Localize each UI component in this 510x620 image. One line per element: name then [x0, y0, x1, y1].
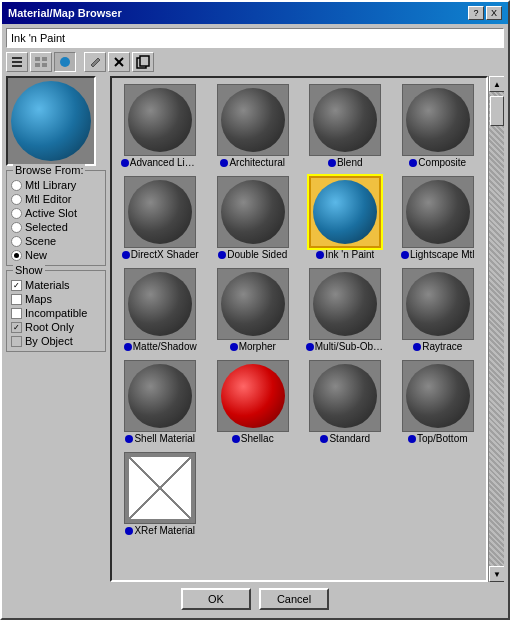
- dot-icon: [220, 159, 228, 167]
- material-label: Blend: [328, 157, 363, 168]
- scrollbar-track[interactable]: [489, 92, 504, 566]
- checkbox-by-object[interactable]: By Object: [11, 335, 101, 347]
- sphere-raytrace: [406, 272, 470, 336]
- list-item[interactable]: Multi/Sub-Object: [301, 266, 390, 354]
- name-row: [6, 28, 504, 48]
- material-label: Standard: [320, 433, 370, 444]
- list-item[interactable]: Top/Bottom: [394, 358, 483, 446]
- dot-icon: [230, 343, 238, 351]
- radio-mtl-library[interactable]: Mtl Library: [11, 179, 101, 191]
- svg-rect-11: [140, 56, 149, 66]
- scroll-up-button[interactable]: ▲: [489, 76, 504, 92]
- check-incompatible: [11, 308, 22, 319]
- toolbar-edit-btn[interactable]: [84, 52, 106, 72]
- dot-icon: [306, 343, 314, 351]
- list-item[interactable]: Morpher: [209, 266, 298, 354]
- sphere-container: [402, 268, 474, 340]
- checkbox-maps[interactable]: Maps: [11, 293, 101, 305]
- list-item[interactable]: Matte/Shadow: [116, 266, 205, 354]
- dot-icon: [401, 251, 409, 259]
- list-item[interactable]: Architectural: [209, 82, 298, 170]
- help-button[interactable]: ?: [468, 6, 484, 20]
- dot-icon: [328, 159, 336, 167]
- material-label: Shell Material: [125, 433, 195, 444]
- list-item[interactable]: Composite: [394, 82, 483, 170]
- sphere-container: [402, 176, 474, 248]
- radio-circle-mtl-library: [11, 180, 22, 191]
- scrollbar-thumb[interactable]: [490, 96, 504, 126]
- radio-new[interactable]: New: [11, 249, 101, 261]
- dot-icon: [232, 435, 240, 443]
- list-item[interactable]: Shell Material: [116, 358, 205, 446]
- radio-circle-new: [11, 250, 22, 261]
- xref-box: [128, 456, 192, 520]
- list-item[interactable]: XRef Material: [116, 450, 205, 538]
- material-label: Double Sided: [218, 249, 287, 260]
- material-label: Lightscape Mtl: [401, 249, 474, 260]
- svg-rect-4: [42, 57, 47, 61]
- window-body: Browse From: Mtl Library Mtl Editor A: [2, 24, 508, 618]
- sphere-morpher: [221, 272, 285, 336]
- checkbox-materials[interactable]: Materials: [11, 279, 101, 291]
- radio-circle-scene: [11, 236, 22, 247]
- list-item[interactable]: Raytrace: [394, 266, 483, 354]
- sphere-directx: [128, 180, 192, 244]
- material-label: Ink 'n Paint: [316, 249, 374, 260]
- sphere-container: [217, 360, 289, 432]
- toolbar-large-icon-btn[interactable]: [54, 52, 76, 72]
- main-content: Browse From: Mtl Library Mtl Editor A: [6, 76, 504, 582]
- material-label: Shellac: [232, 433, 274, 444]
- dot-icon: [122, 251, 130, 259]
- browse-from-group: Browse From: Mtl Library Mtl Editor A: [6, 170, 106, 266]
- sphere-container: [217, 176, 289, 248]
- browse-from-label: Browse From:: [13, 164, 85, 176]
- list-item[interactable]: Advanced Lighti: [116, 82, 205, 170]
- sphere-blend: [313, 88, 377, 152]
- right-panel: Advanced Lighti Architectural: [110, 76, 504, 582]
- check-by-object: [11, 336, 22, 347]
- toolbar-copy-btn[interactable]: [132, 52, 154, 72]
- checkbox-incompatible[interactable]: Incompatible: [11, 307, 101, 319]
- list-item[interactable]: Standard: [301, 358, 390, 446]
- close-button[interactable]: X: [486, 6, 502, 20]
- material-label: DirectX Shader: [122, 249, 199, 260]
- checkbox-root-only[interactable]: Root Only: [11, 321, 101, 333]
- cancel-button[interactable]: Cancel: [259, 588, 329, 610]
- sphere-container: [124, 84, 196, 156]
- list-item[interactable]: Double Sided: [209, 174, 298, 262]
- window-title: Material/Map Browser: [8, 7, 122, 19]
- sphere-advanced-lighting: [128, 88, 192, 152]
- radio-circle-mtl-editor: [11, 194, 22, 205]
- dot-icon: [409, 159, 417, 167]
- radio-active-slot[interactable]: Active Slot: [11, 207, 101, 219]
- scroll-down-button[interactable]: ▼: [489, 566, 504, 582]
- toolbar-delete-btn[interactable]: [108, 52, 130, 72]
- dot-icon: [316, 251, 324, 259]
- list-item-selected[interactable]: Ink 'n Paint: [301, 174, 390, 262]
- material-label: Raytrace: [413, 341, 462, 352]
- sphere-architectural: [221, 88, 285, 152]
- left-panel: Browse From: Mtl Library Mtl Editor A: [6, 76, 106, 582]
- list-item[interactable]: Shellac: [209, 358, 298, 446]
- sphere-container-selected: [309, 176, 381, 248]
- dot-icon: [121, 159, 129, 167]
- grid-container[interactable]: Advanced Lighti Architectural: [110, 76, 488, 582]
- name-input[interactable]: [6, 28, 504, 48]
- bottom-buttons: OK Cancel: [6, 582, 504, 614]
- sphere-shellac: [221, 364, 285, 428]
- svg-point-7: [60, 57, 70, 67]
- list-item[interactable]: Blend: [301, 82, 390, 170]
- list-item[interactable]: DirectX Shader: [116, 174, 205, 262]
- radio-selected[interactable]: Selected: [11, 221, 101, 233]
- dot-icon: [408, 435, 416, 443]
- materials-grid: Advanced Lighti Architectural: [116, 82, 482, 538]
- radio-scene[interactable]: Scene: [11, 235, 101, 247]
- ok-button[interactable]: OK: [181, 588, 251, 610]
- radio-circle-selected: [11, 222, 22, 233]
- toolbar-list-btn[interactable]: [6, 52, 28, 72]
- dot-icon: [125, 527, 133, 535]
- radio-mtl-editor[interactable]: Mtl Editor: [11, 193, 101, 205]
- list-item[interactable]: Lightscape Mtl: [394, 174, 483, 262]
- toolbar-small-icon-btn[interactable]: [30, 52, 52, 72]
- material-map-browser-window: Material/Map Browser ? X: [0, 0, 510, 620]
